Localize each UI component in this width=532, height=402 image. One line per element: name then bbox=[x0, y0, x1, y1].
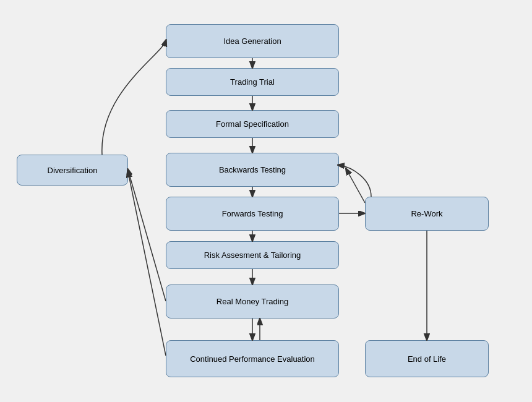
idea-generation-label: Idea Generation bbox=[223, 36, 281, 46]
end-of-life-box: End of Life bbox=[365, 340, 489, 377]
rework-box: Re-Work bbox=[365, 197, 489, 231]
continued-performance-box: Continued Performance Evaluation bbox=[166, 340, 339, 377]
trading-trial-box: Trading Trial bbox=[166, 68, 339, 96]
risk-assessment-label: Risk Assesment & Tailoring bbox=[204, 250, 301, 260]
backwards-testing-label: Backwards Testing bbox=[219, 165, 286, 174]
diagram-container: Idea Generation Trading Trial Formal Spe… bbox=[0, 0, 532, 402]
forwards-testing-label: Forwards Testing bbox=[222, 209, 283, 218]
diversification-label: Diversification bbox=[48, 166, 98, 175]
real-money-trading-label: Real Money Trading bbox=[217, 297, 288, 306]
rework-label: Re-Work bbox=[411, 209, 442, 218]
idea-generation-box: Idea Generation bbox=[166, 24, 339, 58]
trading-trial-label: Trading Trial bbox=[230, 77, 275, 87]
continued-performance-label: Continued Performance Evaluation bbox=[190, 354, 315, 364]
forwards-testing-box: Forwards Testing bbox=[166, 197, 339, 231]
formal-specification-box: Formal Specification bbox=[166, 110, 339, 138]
formal-specification-label: Formal Specification bbox=[216, 119, 289, 129]
real-money-trading-box: Real Money Trading bbox=[166, 284, 339, 319]
risk-assessment-box: Risk Assesment & Tailoring bbox=[166, 241, 339, 269]
end-of-life-label: End of Life bbox=[408, 354, 446, 364]
backwards-testing-box: Backwards Testing bbox=[166, 153, 339, 187]
diversification-box: Diversification bbox=[17, 155, 128, 186]
